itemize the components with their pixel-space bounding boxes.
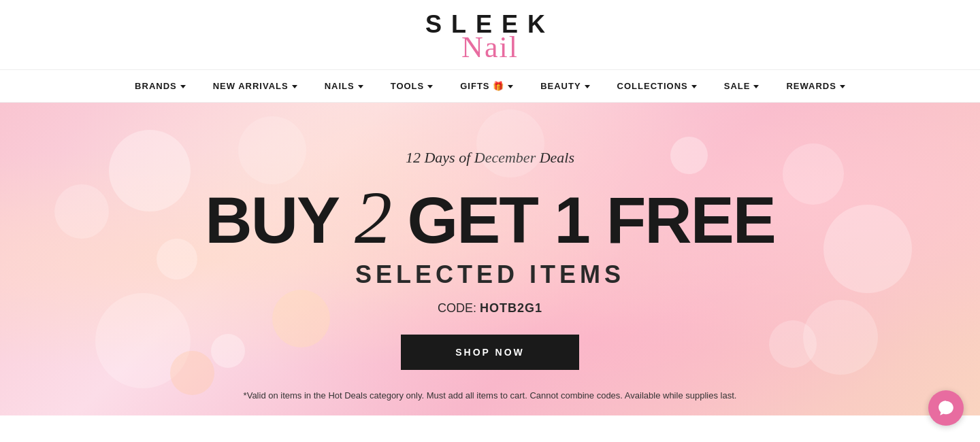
hero-get: GET bbox=[408, 184, 538, 256]
hero-disclaimer: *Valid on items in the Hot Deals categor… bbox=[244, 390, 737, 401]
chevron-down-icon bbox=[508, 85, 513, 88]
chevron-down-icon bbox=[753, 85, 759, 88]
nav-item-gifts[interactable]: GIFTS 🎁 bbox=[446, 70, 527, 102]
nav-label-collections: COLLECTIONS bbox=[617, 81, 688, 91]
main-nav: BRANDS NEW ARRIVALS NAILS TOOLS GIFTS 🎁 … bbox=[0, 69, 980, 103]
nav-label-new-arrivals: NEW ARRIVALS bbox=[213, 81, 289, 91]
chat-icon bbox=[937, 399, 955, 415]
logo[interactable]: SLEEK Nail bbox=[425, 12, 555, 63]
nav-label-sale: SALE bbox=[724, 81, 751, 91]
chevron-down-icon bbox=[840, 85, 845, 88]
hero-subtitle: 12 Days of December Deals bbox=[406, 149, 574, 167]
chevron-down-icon bbox=[585, 85, 590, 88]
hero-main-title: BUY 2 GET 1 FREE bbox=[205, 180, 774, 255]
nav-item-new-arrivals[interactable]: NEW ARRIVALS bbox=[199, 70, 311, 102]
chevron-down-icon bbox=[292, 85, 297, 88]
nav-item-nails[interactable]: NAILS bbox=[311, 70, 377, 102]
shop-now-button[interactable]: SHOP NOW bbox=[401, 335, 579, 370]
chevron-down-icon bbox=[358, 85, 363, 88]
hero-code-value: HOTB2G1 bbox=[480, 301, 542, 315]
nav-label-nails: NAILS bbox=[325, 81, 355, 91]
nav-label-beauty: BEAUTY bbox=[540, 81, 581, 91]
chevron-down-icon bbox=[691, 85, 697, 88]
hero-banner: 12 Days of December Deals BUY 2 GET 1 FR… bbox=[0, 103, 980, 415]
hero-code-label: CODE: bbox=[438, 301, 476, 315]
hero-selected: SELECTED ITEMS bbox=[355, 260, 625, 289]
nav-label-rewards: REWARDS bbox=[786, 81, 836, 91]
nav-label-gifts: GIFTS 🎁 bbox=[460, 81, 504, 91]
hero-buy: BUY bbox=[205, 184, 338, 256]
nav-item-tools[interactable]: TOOLS bbox=[377, 70, 447, 102]
nav-item-sale[interactable]: SALE bbox=[710, 70, 773, 102]
hero-free: FREE bbox=[606, 184, 775, 256]
nav-label-tools: TOOLS bbox=[391, 81, 425, 91]
header: SLEEK Nail bbox=[0, 0, 980, 69]
nav-item-collections[interactable]: COLLECTIONS bbox=[604, 70, 710, 102]
nav-item-rewards[interactable]: REWARDS bbox=[772, 70, 858, 102]
nav-item-beauty[interactable]: BEAUTY bbox=[527, 70, 603, 102]
nav-item-brands[interactable]: BRANDS bbox=[121, 70, 199, 102]
chevron-down-icon bbox=[427, 85, 433, 88]
nav-label-brands: BRANDS bbox=[135, 81, 177, 91]
chevron-down-icon bbox=[180, 85, 186, 88]
hero-1: 1 bbox=[555, 184, 589, 256]
hero-2: 2 bbox=[355, 176, 391, 259]
hero-code: CODE: HOTB2G1 bbox=[438, 301, 542, 316]
